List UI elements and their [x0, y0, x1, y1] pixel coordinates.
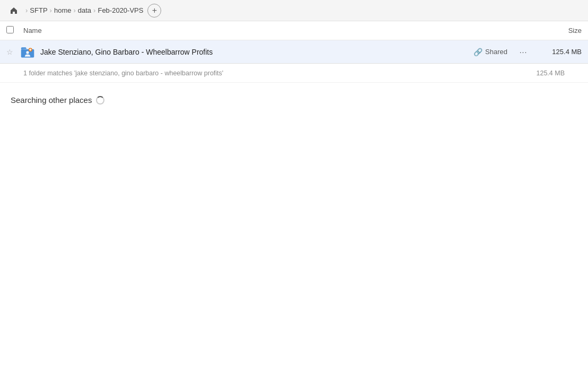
shared-label: Shared	[485, 48, 507, 56]
file-list-item[interactable]: ☆ Jake Stenziano, Gino Barbaro - Wheelba…	[0, 40, 588, 64]
file-name-label: Jake Stenziano, Gino Barbaro - Wheelbarr…	[40, 48, 473, 56]
size-column-header: Size	[529, 27, 582, 34]
svg-point-1	[26, 51, 29, 54]
star-icon[interactable]: ☆	[6, 48, 17, 56]
more-options-button[interactable]: ···	[516, 45, 531, 59]
file-size-value: 125.4 MB	[539, 48, 582, 56]
column-header-row: Name Size	[0, 21, 588, 40]
match-size-text: 125.4 MB	[536, 70, 565, 77]
breadcrumb-data[interactable]: data	[78, 6, 91, 14]
shared-badge: 🔗 Shared	[473, 48, 507, 56]
breadcrumb-sep-3: ›	[93, 6, 95, 14]
searching-label: Searching other places	[11, 96, 92, 105]
loading-spinner	[96, 96, 104, 105]
breadcrumb-sep-0: ›	[25, 6, 28, 14]
add-tab-button[interactable]: +	[147, 4, 161, 18]
home-button[interactable]	[6, 3, 21, 18]
folder-icon	[19, 44, 36, 60]
name-column-header: Name	[23, 27, 529, 34]
select-all-checkbox[interactable]	[6, 26, 19, 35]
topbar: › SFTP › home › data › Feb-2020-VPS +	[0, 0, 588, 21]
breadcrumb-feb2020vps[interactable]: Feb-2020-VPS	[98, 6, 143, 14]
link-icon: 🔗	[473, 48, 482, 56]
breadcrumb-sftp[interactable]: SFTP	[30, 6, 47, 14]
breadcrumb-sep-2: ›	[73, 6, 75, 14]
match-info-row: 1 folder matches 'jake stenziano, gino b…	[0, 64, 588, 83]
more-icon: ···	[520, 48, 528, 56]
breadcrumb-home[interactable]: home	[54, 6, 72, 14]
breadcrumb-sep-1: ›	[50, 6, 52, 14]
checkbox-input[interactable]	[6, 26, 14, 33]
searching-section: Searching other places	[0, 83, 588, 109]
match-info-text: 1 folder matches 'jake stenziano, gino b…	[23, 70, 536, 77]
